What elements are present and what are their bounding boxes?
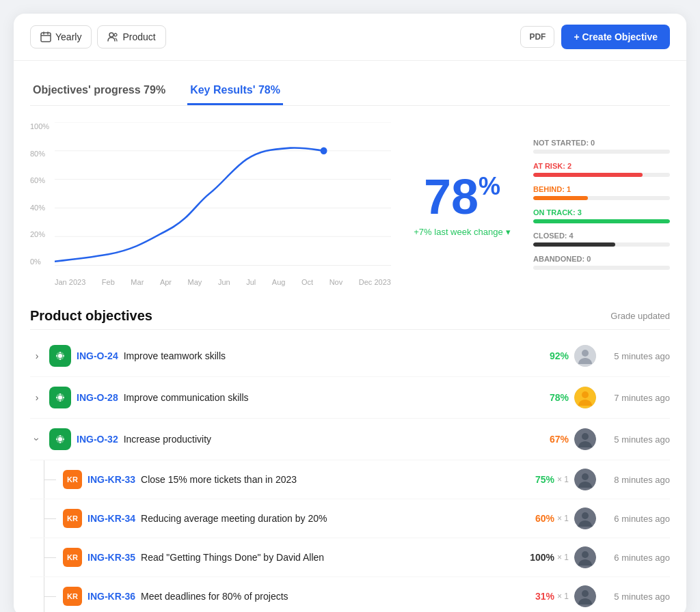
legend-behind: BEHIND: 1 — [533, 185, 670, 200]
section-header: Product objectives Grade updated — [30, 308, 670, 330]
objective-percent: 78% — [535, 392, 569, 403]
avatar — [574, 546, 596, 568]
svg-rect-0 — [41, 33, 51, 42]
time-ago: 7 minutes ago — [602, 393, 670, 403]
kr-percent-wrapper: 75% × 1 — [520, 474, 569, 485]
time-ago: 5 minutes ago — [602, 592, 670, 602]
svg-point-39 — [582, 512, 589, 519]
calendar-icon — [40, 31, 51, 42]
objective-icon — [49, 428, 71, 450]
week-change[interactable]: +7% last week change ▾ — [414, 227, 510, 237]
legend-closed: CLOSED: 4 — [533, 232, 670, 247]
section-title: Product objectives — [30, 308, 152, 324]
header-filters: Yearly Product — [30, 25, 166, 48]
grade-updated-label: Grade updated — [610, 311, 670, 321]
avatar — [574, 507, 596, 529]
kr-title: Reducing average meeting duration by 20% — [141, 513, 515, 524]
kr-code[interactable]: ING-KR-33 — [88, 474, 135, 485]
svg-point-27 — [582, 391, 589, 398]
create-objective-button[interactable]: + Create Objective — [561, 25, 670, 49]
svg-point-43 — [582, 590, 589, 597]
yearly-label: Yearly — [55, 31, 81, 42]
table-row: KR ING-KR-35 Read "Getting Things Done" … — [30, 538, 670, 577]
avatar — [574, 585, 596, 607]
table-row: › ING-O-24 Improve teamwork skills 92% — [30, 335, 670, 377]
objective-title: Improve communication skills — [124, 392, 529, 403]
svg-point-35 — [582, 433, 589, 440]
time-ago: 8 minutes ago — [602, 475, 670, 485]
kr-icon: KR — [63, 509, 82, 528]
objective-icon-svg — [54, 433, 66, 445]
chart-section: 100% 80% 60% 40% 20% 0% — [30, 122, 670, 286]
expand-button[interactable]: › — [31, 432, 42, 446]
tabs: Objectives' progress 79% Key Results' 78… — [30, 77, 670, 106]
tab-objectives[interactable]: Objectives' progress 79% — [30, 77, 168, 105]
objective-percent: 67% — [535, 434, 569, 445]
kr-percent: 60% — [520, 513, 554, 524]
kr-percent: 31% — [520, 591, 554, 602]
kr-code[interactable]: ING-KR-34 — [88, 513, 135, 524]
kr-icon: KR — [63, 587, 82, 606]
main-content: Objectives' progress 79% Key Results' 78… — [14, 61, 686, 612]
table-row: KR ING-KR-34 Reducing average meeting du… — [30, 499, 670, 538]
kr-percent-wrapper: 31% × 1 — [520, 591, 569, 602]
avatar — [574, 428, 596, 450]
avatar — [574, 469, 596, 490]
kr-multiplier: × 1 — [557, 553, 569, 562]
svg-point-4 — [109, 33, 113, 37]
objective-code[interactable]: ING-O-28 — [77, 392, 118, 403]
objective-icon — [49, 345, 71, 367]
big-percent-section: 78 % +7% last week change ▾ — [407, 122, 517, 286]
legend-section: NOT STARTED: 0 AT RISK: 2 BEHIND: 1 ON T… — [533, 122, 670, 286]
main-container: Yearly Product PDF + Create Objective — [14, 14, 686, 612]
pdf-button[interactable]: PDF — [520, 26, 554, 48]
kr-multiplier: × 1 — [557, 475, 569, 484]
svg-point-41 — [582, 551, 589, 558]
expand-button[interactable]: › — [30, 392, 44, 403]
product-label: Product — [122, 31, 155, 42]
table-row: › ING-O-28 Improve communication skills … — [30, 377, 670, 419]
kr-percent: 100% — [520, 552, 554, 563]
header: Yearly Product PDF + Create Objective — [14, 14, 686, 61]
time-ago: 5 minutes ago — [602, 434, 670, 445]
legend-at-risk: AT RISK: 2 — [533, 162, 670, 177]
legend-not-started: NOT STARTED: 0 — [533, 139, 670, 154]
time-ago: 6 minutes ago — [602, 514, 670, 524]
legend-on-track: ON TRACK: 3 — [533, 208, 670, 223]
avatar — [574, 387, 596, 408]
kr-multiplier: × 1 — [557, 592, 569, 601]
table-row: › ING-O-32 Increase productivity 67% — [30, 419, 670, 460]
kr-title: Close 15% more tickets than in 2023 — [141, 474, 515, 485]
chart-svg — [55, 122, 391, 265]
kr-percent: 75% — [520, 474, 554, 485]
objective-code[interactable]: ING-O-24 — [77, 350, 118, 361]
svg-point-13 — [58, 354, 62, 358]
kr-icon: KR — [63, 548, 82, 567]
avatar — [574, 345, 596, 367]
yearly-filter-button[interactable]: Yearly — [30, 25, 92, 48]
svg-point-11 — [321, 148, 327, 154]
product-filter-button[interactable]: Product — [97, 25, 165, 48]
objective-title: Improve teamwork skills — [124, 350, 529, 361]
kr-percent-wrapper: 100% × 1 — [520, 552, 569, 563]
kr-multiplier: × 1 — [557, 514, 569, 523]
chart-y-labels: 100% 80% 60% 40% 20% 0% — [30, 122, 55, 266]
chart-x-labels: Jan 2023 Feb Mar Apr May Jun Jul Aug Oct… — [55, 278, 391, 286]
people-icon — [107, 31, 118, 42]
tab-key-results[interactable]: Key Results' 78% — [187, 77, 283, 105]
kr-percent-wrapper: 60% × 1 — [520, 513, 569, 524]
kr-code[interactable]: ING-KR-35 — [88, 552, 135, 563]
kr-code[interactable]: ING-KR-36 — [88, 591, 135, 602]
expand-button[interactable]: › — [30, 350, 44, 361]
svg-point-29 — [58, 437, 62, 441]
big-percent-display: 78 % — [424, 172, 500, 221]
objective-percent: 92% — [535, 350, 569, 361]
chart-wrapper: 100% 80% 60% 40% 20% 0% — [30, 122, 391, 286]
svg-point-21 — [58, 395, 62, 400]
chart-area — [55, 122, 391, 266]
header-actions: PDF + Create Objective — [520, 25, 670, 49]
objectives-list: › ING-O-24 Improve teamwork skills 92% — [30, 335, 670, 612]
objective-code[interactable]: ING-O-32 — [77, 434, 118, 445]
objective-icon — [49, 387, 71, 408]
svg-point-5 — [114, 33, 117, 36]
